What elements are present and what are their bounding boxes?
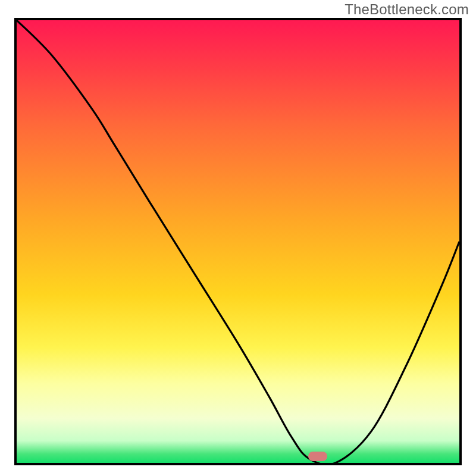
chart-frame: TheBottleneck.com	[0, 0, 476, 476]
bottleneck-curve	[17, 20, 459, 463]
watermark-text: TheBottleneck.com	[345, 1, 469, 18]
optimum-marker	[308, 452, 327, 461]
curve-svg	[17, 20, 459, 463]
plot-area	[14, 18, 462, 465]
